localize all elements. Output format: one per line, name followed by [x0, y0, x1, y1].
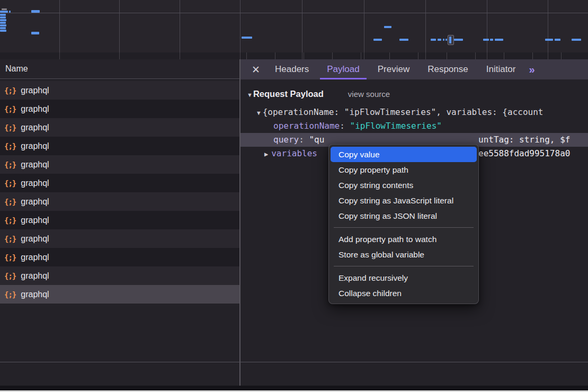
request-timing-bar[interactable]	[242, 37, 252, 39]
payload-row-operationname[interactable]: operationName: "ipFlowTimeseries"	[240, 119, 588, 133]
request-timing-bar[interactable]	[495, 39, 503, 41]
ruler-tick	[475, 52, 476, 59]
menu-item-copy-string-as-json-literal[interactable]: Copy string as JSON literal	[329, 208, 478, 224]
request-timing-bar[interactable]	[0, 30, 6, 32]
ruler-tick	[418, 52, 418, 59]
ruler-tick	[275, 52, 275, 59]
bottom-divider	[0, 362, 588, 362]
request-timing-bar[interactable]	[454, 39, 463, 41]
request-row[interactable]: {;}graphql	[0, 174, 239, 192]
ruler-tick	[532, 52, 533, 59]
timeline-selection-marker[interactable]	[448, 35, 454, 45]
request-row[interactable]: {;}graphql	[0, 118, 239, 137]
request-timing-bar[interactable]	[384, 26, 391, 28]
property-key: variables	[271, 148, 317, 158]
request-timing-bar[interactable]	[0, 14, 6, 16]
details-tab-bar: ✕ Headers Payload Preview Response Initi…	[240, 59, 588, 79]
request-timing-bar[interactable]	[443, 39, 444, 41]
request-name: graphql	[21, 290, 49, 299]
request-row[interactable]: {;}graphql	[0, 211, 239, 229]
context-menu: Copy valueCopy property pathCopy string …	[328, 144, 479, 304]
request-timing-bar[interactable]	[2, 8, 7, 10]
menu-item-copy-string-as-javascript-literal[interactable]: Copy string as JavaScript literal	[329, 193, 478, 208]
request-name: graphql	[21, 123, 49, 132]
menu-item-copy-value[interactable]: Copy value	[331, 147, 477, 162]
object-preview-text: {operationName: "ipFlowTimeseries", vari…	[263, 107, 544, 117]
request-timing-bar[interactable]	[9, 11, 11, 13]
timeline-row-divider	[0, 13, 588, 13]
overview-timeline[interactable]	[0, 0, 588, 52]
request-name: graphql	[21, 216, 49, 225]
ruler-tick	[180, 52, 180, 59]
tab-headers[interactable]: Headers	[266, 59, 318, 79]
tab-preview[interactable]: Preview	[369, 59, 418, 79]
request-timing-bar[interactable]	[572, 39, 581, 41]
request-timing-bar[interactable]	[555, 39, 560, 41]
request-timing-bar[interactable]	[545, 39, 553, 41]
request-timing-bar[interactable]	[0, 16, 6, 19]
request-row[interactable]: {;}graphql	[0, 285, 239, 304]
request-row[interactable]: {;}graphql	[0, 248, 239, 266]
request-timing-bar[interactable]	[373, 39, 382, 41]
tab-payload[interactable]: Payload	[318, 59, 368, 79]
payload-root-row[interactable]: ▼{operationName: "ipFlowTimeseries", var…	[240, 105, 588, 119]
request-name: graphql	[21, 271, 49, 281]
request-timing-bar[interactable]	[0, 22, 6, 24]
close-icon[interactable]: ✕	[246, 64, 266, 76]
property-value-fragment: untTag: string, $f	[478, 133, 570, 147]
request-row[interactable]: {;}graphql	[0, 100, 239, 118]
payload-section-header[interactable]: ▼ Request Payload view source	[247, 89, 588, 99]
request-timing-bar[interactable]	[0, 11, 8, 13]
ruler-tick	[504, 52, 504, 59]
request-row[interactable]: {;}graphql	[0, 137, 239, 155]
json-braces-icon: {;}	[4, 216, 16, 225]
json-braces-icon: {;}	[4, 253, 16, 262]
section-title: Request Payload	[253, 89, 324, 99]
ruler-tick	[447, 52, 447, 59]
menu-item-collapse-children[interactable]: Collapse children	[329, 286, 478, 301]
json-braces-icon: {;}	[4, 235, 16, 243]
request-name: graphql	[21, 234, 49, 244]
expander-open-icon[interactable]: ▼	[247, 92, 253, 98]
ruler-tick	[59, 52, 60, 59]
request-timing-bar[interactable]	[0, 24, 6, 26]
request-row[interactable]: {;}graphql	[0, 155, 239, 174]
menu-separator	[334, 266, 474, 266]
request-timing-bar[interactable]	[483, 39, 489, 41]
more-tabs-icon[interactable]: »	[529, 64, 534, 76]
expander-open-icon[interactable]: ▼	[257, 110, 261, 117]
menu-item-add-property-path-to-watch[interactable]: Add property path to watch	[329, 231, 478, 247]
request-timing-bar[interactable]	[399, 39, 408, 41]
timeline-gridline	[240, 0, 240, 52]
menu-item-expand-recursively[interactable]: Expand recursively	[329, 270, 478, 286]
request-row[interactable]: {;}graphql	[0, 81, 239, 100]
menu-item-copy-property-path[interactable]: Copy property path	[329, 162, 478, 177]
property-value: "ipFlowTimeseries"	[350, 121, 442, 131]
request-row[interactable]: {;}graphql	[0, 192, 239, 211]
request-timing-bar[interactable]	[0, 27, 6, 29]
ruler-tick	[389, 52, 390, 59]
request-timing-bar[interactable]	[446, 39, 447, 41]
menu-item-store-as-global-variable[interactable]: Store as global variable	[329, 247, 478, 262]
request-row[interactable]: {;}graphql	[0, 266, 239, 285]
request-name: graphql	[21, 104, 49, 114]
tab-initiator[interactable]: Initiator	[477, 59, 525, 79]
request-timing-bar[interactable]	[31, 32, 39, 34]
devtools-network-panel: Name {;}graphql{;}graphql{;}graphql{;}gr…	[0, 0, 588, 392]
request-timing-bar[interactable]	[431, 39, 436, 41]
request-row[interactable]: {;}graphql	[0, 229, 239, 248]
request-name: graphql	[21, 253, 49, 262]
expander-closed-icon[interactable]: ▶	[264, 150, 268, 158]
property-value-fragment: ee5588fdad995178a0	[478, 147, 570, 161]
tab-response[interactable]: Response	[418, 59, 477, 79]
request-timing-bar[interactable]	[31, 10, 40, 13]
name-column-header[interactable]: Name	[0, 59, 239, 79]
request-timing-bar[interactable]	[490, 39, 493, 41]
request-timing-bar[interactable]	[0, 19, 6, 21]
menu-item-copy-string-contents[interactable]: Copy string contents	[329, 177, 478, 193]
ruler-tick	[240, 52, 240, 59]
ruler-tick	[364, 52, 364, 59]
view-source-link[interactable]: view source	[348, 90, 390, 99]
request-timing-bar[interactable]	[438, 39, 441, 41]
timeline-gridline	[364, 0, 364, 52]
